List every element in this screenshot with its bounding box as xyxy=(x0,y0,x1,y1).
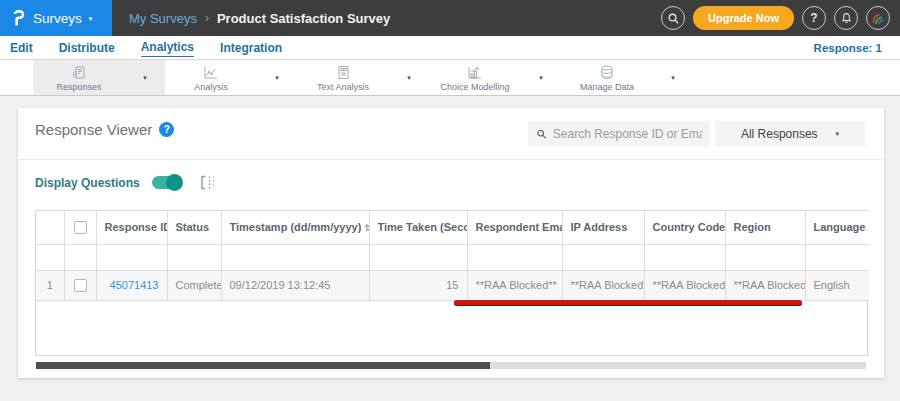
analysis-dropdown-caret[interactable]: ▾ xyxy=(257,60,297,95)
filter-cell[interactable] xyxy=(805,244,869,270)
toolbar-item-manage-data[interactable]: Manage Data xyxy=(561,60,653,95)
toolbar-group-responses: Responses ▾ xyxy=(33,60,165,95)
page-title-text: Response Viewer xyxy=(35,121,152,138)
row-checkbox[interactable] xyxy=(74,279,87,292)
header-language: Language xyxy=(805,211,869,244)
toggle-knob xyxy=(166,174,183,191)
filter-cell[interactable] xyxy=(725,244,805,270)
response-viewer-card: Response Viewer ? All Responses ▾ Displa… xyxy=(18,108,884,378)
app-window: Surveys ▾ My Surveys › Product Satisfact… xyxy=(0,0,900,401)
filter-cell[interactable] xyxy=(369,244,467,270)
chevron-down-icon: ▾ xyxy=(89,15,93,23)
filter-cell[interactable] xyxy=(221,244,369,270)
toolbar-group-choice-modelling: Choice Modelling ▾ xyxy=(429,60,561,95)
upgrade-now-button[interactable]: Upgrade Now xyxy=(693,6,794,30)
toolbar-item-label: Analysis xyxy=(194,82,228,92)
manage-data-dropdown-caret[interactable]: ▾ xyxy=(653,60,693,95)
header-region: Region xyxy=(725,211,805,244)
row-number: 1 xyxy=(36,270,64,300)
status-cell: Completed xyxy=(167,270,221,300)
filter-cell xyxy=(36,244,64,270)
choice-modelling-icon xyxy=(465,64,485,81)
filter-selected-value: All Responses xyxy=(741,127,818,141)
response-filter-select[interactable]: All Responses ▾ xyxy=(715,121,865,147)
account-avatar[interactable] xyxy=(866,6,890,30)
toolbar-item-text-analysis[interactable]: Text Analysis xyxy=(297,60,389,95)
display-questions-toggle[interactable] xyxy=(152,176,182,189)
header-time-taken[interactable]: Time Taken (Seconds)⇅ xyxy=(369,211,467,244)
notifications-button[interactable] xyxy=(834,6,858,30)
tab-analytics[interactable]: Analytics xyxy=(141,38,194,57)
sort-icon[interactable]: ⇅ xyxy=(364,223,369,233)
text-analysis-icon xyxy=(333,64,353,81)
gauge-logo-icon xyxy=(870,10,886,26)
tab-edit[interactable]: Edit xyxy=(10,39,33,57)
time-taken-cell: 15 xyxy=(369,270,467,300)
toolbar-item-responses[interactable]: Responses xyxy=(33,60,125,95)
topbar-actions: Upgrade Now ? xyxy=(661,6,900,30)
header-country-code: Country Code xyxy=(644,211,725,244)
questionpro-logo-icon xyxy=(11,10,26,27)
header-row-number xyxy=(36,211,64,244)
search-icon xyxy=(667,12,680,25)
table-header-row: Response ID▼ Status Timestamp (dd/mm/yyy… xyxy=(36,211,869,244)
bell-icon xyxy=(840,12,853,25)
responses-table: Response ID▼ Status Timestamp (dd/mm/yyy… xyxy=(36,211,869,301)
column-filter-row xyxy=(36,244,869,270)
horizontal-scrollbar-thumb[interactable] xyxy=(36,362,490,369)
header-label: Time Taken (Seconds) xyxy=(378,221,468,233)
product-switcher[interactable]: Surveys ▾ xyxy=(0,0,112,36)
responses-table-container: Response ID▼ Status Timestamp (dd/mm/yyy… xyxy=(35,210,868,356)
response-id-link[interactable]: 45071413 xyxy=(110,279,159,291)
respondent-email-cell: **RAA Blocked** xyxy=(467,270,562,300)
header-label: Timestamp (dd/mm/yyyy) xyxy=(230,221,362,233)
product-name: Surveys xyxy=(33,11,82,26)
choice-modelling-dropdown-caret[interactable]: ▾ xyxy=(521,60,561,95)
chevron-down-icon: ▾ xyxy=(836,130,840,138)
header-label: Response ID xyxy=(105,221,168,233)
header-select-all xyxy=(64,211,96,244)
row-select-cell xyxy=(64,270,96,300)
header-status: Status xyxy=(167,211,221,244)
response-id-cell: 45071413 xyxy=(96,270,167,300)
analytics-toolbar: Responses ▾ Analysis ▾ xyxy=(0,60,900,96)
header-response-id[interactable]: Response ID▼ xyxy=(96,211,167,244)
filter-cell[interactable] xyxy=(467,244,562,270)
filter-cell[interactable] xyxy=(562,244,644,270)
filter-cell[interactable] xyxy=(96,244,167,270)
help-button[interactable]: ? xyxy=(802,6,826,30)
language-cell: English xyxy=(805,270,869,300)
top-navigation-bar: Surveys ▾ My Surveys › Product Satisfact… xyxy=(0,0,900,36)
toolbar-group-text-analysis: Text Analysis ▾ xyxy=(297,60,429,95)
annotation-red-underline xyxy=(454,300,802,305)
breadcrumb-survey-title: Product Satisfaction Survey xyxy=(217,11,390,26)
timestamp-cell: 09/12/2019 13:12:45 xyxy=(221,270,369,300)
horizontal-scrollbar-track[interactable] xyxy=(36,362,866,369)
responses-dropdown-caret[interactable]: ▾ xyxy=(125,60,165,95)
filter-cell[interactable] xyxy=(644,244,725,270)
filter-cell[interactable] xyxy=(167,244,221,270)
breadcrumb-separator: › xyxy=(205,11,209,25)
header-respondent-email: Respondent Email xyxy=(467,211,562,244)
survey-tab-bar: Edit Distribute Analytics Integration Re… xyxy=(0,36,900,60)
header-timestamp[interactable]: Timestamp (dd/mm/yyyy)⇅ xyxy=(221,211,369,244)
select-all-checkbox[interactable] xyxy=(74,221,87,234)
breadcrumb-my-surveys[interactable]: My Surveys xyxy=(129,11,197,26)
text-analysis-dropdown-caret[interactable]: ▾ xyxy=(389,60,429,95)
toolbar-item-choice-modelling[interactable]: Choice Modelling xyxy=(429,60,521,95)
breadcrumb: My Surveys › Product Satisfaction Survey xyxy=(129,11,390,26)
filter-cell xyxy=(64,244,96,270)
tab-distribute[interactable]: Distribute xyxy=(59,39,115,57)
tab-integration[interactable]: Integration xyxy=(220,39,282,57)
search-response-input[interactable] xyxy=(553,127,702,141)
response-viewer-help-icon[interactable]: ? xyxy=(159,122,174,137)
question-mark-icon: ? xyxy=(810,11,817,25)
toolbar-item-label: Text Analysis xyxy=(317,82,369,92)
ip-address-cell: **RAA Blocked** xyxy=(562,270,644,300)
freeze-columns-icon[interactable] xyxy=(200,175,216,190)
toolbar-group-manage-data: Manage Data ▾ xyxy=(561,60,693,95)
header-ip-address: IP Address xyxy=(562,211,644,244)
global-search-button[interactable] xyxy=(661,6,685,30)
toolbar-item-label: Choice Modelling xyxy=(440,82,509,92)
toolbar-item-analysis[interactable]: Analysis xyxy=(165,60,257,95)
